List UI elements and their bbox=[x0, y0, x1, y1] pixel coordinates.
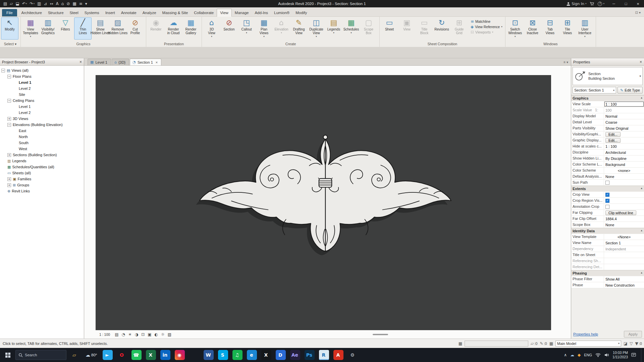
opera[interactable]: O bbox=[117, 350, 127, 360]
3d-view[interactable]: ⌂ bbox=[61, 2, 64, 6]
ribbon-tab[interactable]: Analyze bbox=[140, 9, 159, 16]
photoshop[interactable]: Ps bbox=[305, 350, 315, 360]
property-row[interactable]: Graphics ▴ bbox=[571, 95, 644, 101]
ribbon-button[interactable]: ⌂ Elevation ▾ bbox=[273, 17, 290, 40]
aligned-dimension[interactable]: ↔ bbox=[50, 2, 53, 6]
view-control-icon[interactable]: ◐ bbox=[155, 332, 158, 337]
property-row[interactable]: Identity Data ▴ bbox=[571, 228, 644, 234]
ribbon-button[interactable]: ◫ Duplicate View ▾ bbox=[308, 17, 325, 40]
property-row[interactable]: View Name Section 1 bbox=[571, 240, 644, 246]
chrome[interactable] bbox=[189, 350, 199, 360]
property-row[interactable]: Sun Path bbox=[571, 180, 644, 186]
status-badge[interactable]: ▱ :0 bbox=[531, 341, 537, 346]
property-value[interactable]: Independent bbox=[604, 246, 644, 252]
ribbon-tab[interactable]: Massing & Site bbox=[159, 9, 191, 16]
tree-item[interactable]: + Sections (Building Section) bbox=[0, 152, 84, 158]
tree-item[interactable]: East bbox=[0, 128, 84, 134]
view-tab[interactable]: ▦ Level 1 bbox=[88, 59, 111, 65]
tree-item[interactable]: Level 1 bbox=[0, 79, 84, 85]
show-desktop-button[interactable] bbox=[641, 348, 643, 362]
property-row[interactable]: Phase New Construction bbox=[571, 282, 644, 288]
instance-combobox[interactable]: Section: Section 1 ▾ bbox=[573, 87, 616, 94]
ribbon-button[interactable]: ⊞ Tile Views bbox=[559, 17, 576, 40]
property-row[interactable]: Referencing Sh... bbox=[571, 258, 644, 264]
ribbon-button[interactable]: ⊠ Close Inactive bbox=[524, 17, 541, 40]
property-row[interactable]: Referencing Det... bbox=[571, 264, 644, 270]
tray-expand[interactable]: ∧ bbox=[564, 353, 567, 357]
linkedin[interactable]: in bbox=[160, 350, 170, 360]
tree-item[interactable]: West bbox=[0, 146, 84, 152]
properties-header[interactable]: Properties × bbox=[571, 58, 644, 66]
ribbon-tab[interactable]: Steel bbox=[67, 9, 82, 16]
property-value[interactable] bbox=[604, 204, 644, 209]
status-badge[interactable]: ✎ :0 bbox=[540, 341, 547, 346]
ribbon-button[interactable]: ↖ Modify bbox=[1, 17, 18, 40]
ribbon-panel-label[interactable]: Windows bbox=[505, 42, 596, 47]
taskbar-clock[interactable]: 10:03 PM 1/11/2023 bbox=[612, 351, 628, 359]
ribbon-button[interactable]: ◳ Callout ▾ bbox=[238, 17, 255, 40]
tree-item[interactable]: + ⊞ Groups bbox=[0, 182, 84, 188]
property-value[interactable]: Coarse bbox=[604, 119, 644, 125]
property-checkbox[interactable] bbox=[605, 181, 609, 185]
wifi-icon[interactable] bbox=[595, 353, 601, 357]
property-row[interactable]: Annotation Crop bbox=[571, 204, 644, 210]
tree-item[interactable]: South bbox=[0, 140, 84, 146]
horizontal-scrollbar-thumb[interactable] bbox=[373, 334, 388, 335]
property-checkbox[interactable] bbox=[605, 199, 609, 203]
property-checkbox[interactable] bbox=[605, 193, 609, 197]
video-call-app[interactable]: ► bbox=[103, 350, 113, 360]
section-collapse-icon[interactable]: ▴ bbox=[639, 96, 644, 101]
ribbon-button[interactable]: ▢ Scope Box bbox=[360, 17, 377, 40]
ribbon-button[interactable]: ✎ Drafting View bbox=[290, 17, 308, 40]
tree-item[interactable]: + ▣ Families bbox=[0, 176, 84, 182]
apply-button[interactable]: Apply bbox=[624, 331, 642, 338]
property-value[interactable] bbox=[604, 198, 644, 203]
ribbon-button[interactable]: ▨ Remove Hidden Lines bbox=[109, 17, 126, 40]
view-tab[interactable]: ◔ Section 1 × bbox=[130, 59, 161, 65]
property-value[interactable]: New Construction bbox=[604, 282, 644, 288]
property-row[interactable]: Phase Filter Show All bbox=[571, 276, 644, 282]
ribbon-button[interactable]: ☁ Render in Cloud bbox=[165, 17, 182, 40]
instagram[interactable]: ◉ bbox=[175, 350, 185, 360]
app-store-button[interactable] bbox=[590, 1, 594, 6]
property-row[interactable]: Scope Box None bbox=[571, 222, 644, 228]
worksets-icon[interactable]: ▦ bbox=[459, 341, 462, 346]
file-tab[interactable]: File bbox=[2, 9, 17, 16]
print[interactable]: ▥ bbox=[37, 2, 41, 6]
file-explorer[interactable]: ▱ bbox=[70, 350, 80, 360]
ribbon-button[interactable]: ▦ View Templates ▾ bbox=[22, 17, 39, 40]
whatsapp[interactable]: ☎ bbox=[131, 350, 142, 360]
edge[interactable]: e bbox=[247, 350, 257, 360]
property-row[interactable]: Extents ▴ bbox=[571, 186, 644, 192]
word[interactable]: W bbox=[204, 350, 214, 360]
start-button[interactable] bbox=[0, 348, 15, 362]
property-value[interactable] bbox=[604, 192, 644, 197]
property-value[interactable] bbox=[604, 258, 644, 264]
property-value[interactable]: Edit... bbox=[604, 131, 644, 137]
tree-item[interactable]: − Ceiling Plans bbox=[0, 98, 84, 104]
menu[interactable]: ▤ bbox=[3, 2, 7, 6]
ribbon-tab[interactable]: Add-Ins bbox=[252, 9, 271, 16]
view-control-icon[interactable]: ⊡ bbox=[141, 332, 145, 337]
property-row[interactable]: Display Model Normal bbox=[571, 113, 644, 119]
ribbon-button[interactable]: ╱ Thin Lines bbox=[74, 17, 92, 40]
ribbon-panel-label[interactable]: Presentation bbox=[146, 42, 202, 47]
tree-expander-icon[interactable]: − bbox=[7, 75, 11, 78]
ribbon-tab[interactable]: Modify bbox=[292, 9, 310, 16]
minimize-button[interactable]: ─ bbox=[608, 0, 620, 7]
after-effects[interactable]: Ae bbox=[290, 350, 300, 360]
tree-item[interactable]: North bbox=[0, 134, 84, 140]
ribbon-tab[interactable]: Systems bbox=[82, 9, 102, 16]
ribbon-state-toggle[interactable]: ⊡ ▾ bbox=[632, 11, 644, 16]
tree-expander-icon[interactable]: − bbox=[1, 69, 5, 72]
selection-option-icon[interactable]: ▽ bbox=[630, 341, 633, 346]
ribbon-button[interactable]: ▦ Render Gallery bbox=[182, 17, 200, 40]
property-value[interactable]: Show Original bbox=[604, 125, 644, 131]
property-value[interactable]: None bbox=[604, 174, 644, 179]
properties-help-link[interactable]: Properties help bbox=[573, 332, 598, 336]
section-collapse-icon[interactable]: ▴ bbox=[639, 228, 644, 234]
ribbon-button[interactable]: ▭ Title Block bbox=[416, 17, 433, 40]
close-button[interactable]: × bbox=[632, 0, 644, 7]
excel[interactable]: X bbox=[146, 350, 156, 360]
design-option-select[interactable]: Main Model ▾ bbox=[555, 341, 621, 347]
